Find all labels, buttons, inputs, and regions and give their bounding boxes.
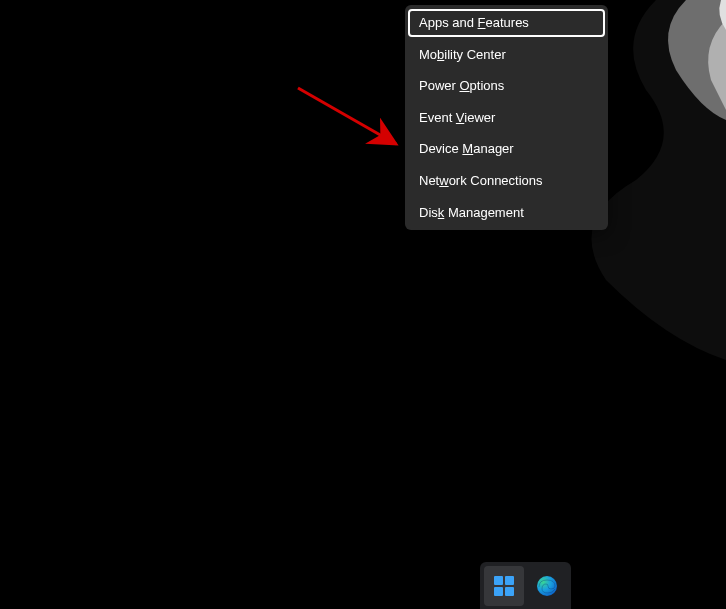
svg-rect-1 (494, 576, 503, 585)
svg-rect-2 (505, 576, 514, 585)
svg-rect-3 (494, 587, 503, 596)
menu-item-label: Apps and Features (419, 15, 529, 31)
menu-item-label: Event Viewer (419, 110, 495, 126)
svg-rect-4 (505, 587, 514, 596)
windows-logo-icon (492, 574, 516, 598)
annotation-arrow (296, 86, 406, 156)
start-button[interactable] (484, 566, 524, 606)
menu-item-label: Network Connections (419, 173, 543, 189)
menu-item-label: Disk Management (419, 205, 524, 221)
winx-context-menu[interactable]: Apps and FeaturesMobility CenterPower Op… (405, 5, 608, 230)
menu-item-power-options[interactable]: Power Options (405, 70, 608, 102)
menu-item-event-viewer[interactable]: Event Viewer (405, 102, 608, 134)
menu-item-apps-and-features[interactable]: Apps and Features (408, 9, 605, 37)
taskbar (480, 562, 571, 609)
menu-item-label: Mobility Center (419, 47, 506, 63)
menu-item-device-manager[interactable]: Device Manager (405, 133, 608, 165)
menu-item-mobility-center[interactable]: Mobility Center (405, 39, 608, 71)
edge-button[interactable] (528, 566, 568, 606)
menu-item-disk-management[interactable]: Disk Management (405, 197, 608, 229)
menu-item-label: Device Manager (419, 141, 514, 157)
svg-line-0 (298, 88, 396, 144)
edge-icon (535, 574, 559, 598)
menu-item-network-connections[interactable]: Network Connections (405, 165, 608, 197)
menu-item-label: Power Options (419, 78, 504, 94)
